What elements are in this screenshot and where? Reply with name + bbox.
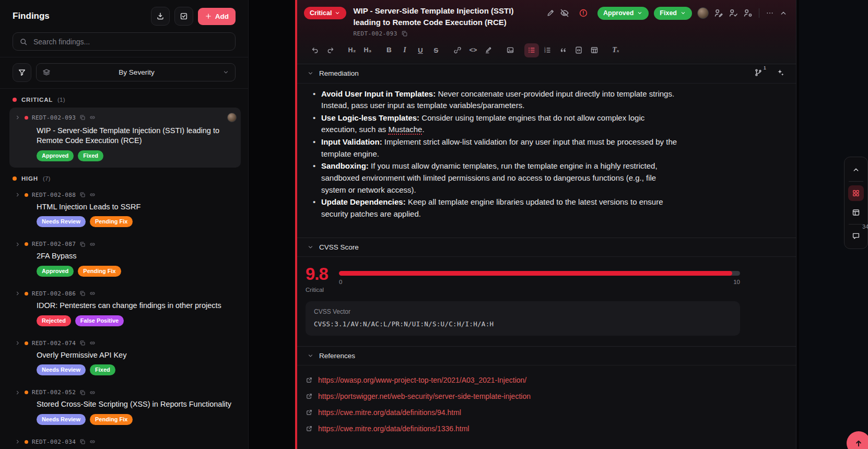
code-icon: <>	[470, 47, 477, 54]
finding-list-item[interactable]: REDT-002-086IDOR: Pentesters can change …	[9, 285, 241, 333]
assign-editor-button[interactable]	[714, 8, 723, 18]
references-list: https://owasp.org/www-project-top-ten/20…	[297, 365, 796, 446]
copy-link-button[interactable]	[89, 114, 96, 121]
comments-button[interactable]: 34	[848, 228, 864, 244]
reference-link[interactable]: https://cwe.mitre.org/data/definitions/1…	[318, 424, 469, 433]
toolbar-highlighter-button[interactable]	[482, 43, 496, 57]
toolbar-ordered-list-button[interactable]: 123	[540, 43, 555, 57]
review-status-dropdown[interactable]: Approved	[597, 7, 649, 20]
chevron-up-icon	[852, 166, 860, 174]
page-title: Findings	[13, 11, 146, 21]
header-actions: Approved Fixed	[546, 6, 788, 20]
toolbar-italic-button[interactable]: I	[397, 43, 412, 57]
toolbar-h2-button[interactable]: H₂	[345, 43, 359, 57]
toolbar-h3-button[interactable]: H₃	[360, 43, 375, 57]
copy-link-button[interactable]	[89, 192, 96, 198]
toolbar-table-button[interactable]	[587, 43, 602, 57]
toolbar-clear-format-button[interactable]: Tx	[608, 43, 623, 57]
remediation-content[interactable]: Avoid User Input in Templates: Never con…	[297, 84, 796, 238]
finding-id: REDT-002-093	[32, 114, 76, 121]
severity-dot	[25, 440, 28, 444]
remediation-item: Use Logic-less Templates: Consider using…	[312, 112, 682, 136]
copy-icon	[79, 340, 86, 346]
finding-list-item[interactable]: REDT-002-093WIP - Server-Side Template I…	[9, 108, 241, 168]
references-section-header[interactable]: References	[297, 346, 796, 365]
copy-id-button[interactable]	[79, 241, 86, 247]
table-view-button[interactable]	[848, 205, 864, 220]
toolbar-link-button[interactable]	[450, 43, 465, 57]
toolbar-image-button[interactable]	[503, 43, 518, 57]
toolbar-underline-button[interactable]: U	[413, 43, 428, 57]
collapse-header-button[interactable]	[779, 9, 788, 17]
finding-list-item[interactable]: REDT-002-088HTML Injection Leads to SSRF…	[9, 186, 241, 234]
toolbar-undo-button[interactable]	[308, 43, 322, 57]
toolbar-code-button[interactable]: <>	[466, 43, 480, 57]
assignee-avatar[interactable]	[697, 7, 709, 19]
search-input[interactable]	[32, 37, 229, 46]
reference-link[interactable]: https://cwe.mitre.org/data/definitions/9…	[318, 408, 461, 417]
grid-icon	[852, 189, 860, 197]
group-by-select[interactable]: By Severity	[36, 63, 236, 81]
reference-link[interactable]: https://portswigger.net/web-security/ser…	[318, 392, 531, 400]
external-icon	[306, 409, 313, 416]
severity-count: (7)	[43, 175, 51, 182]
copy-link-button[interactable]	[89, 241, 96, 247]
chevron-down-icon	[307, 244, 314, 251]
filter-button[interactable]	[13, 63, 31, 82]
copy-link-button[interactable]	[89, 439, 96, 445]
toolbar-redo-button[interactable]	[323, 43, 338, 57]
manage-users-button[interactable]	[743, 8, 753, 18]
severity-dot	[13, 98, 17, 102]
search-icon	[19, 38, 28, 46]
finding-list-item[interactable]: REDT-002-0872FA BypassApprovedPending Fi…	[9, 235, 241, 283]
version-branch-button[interactable]: 1	[754, 68, 763, 78]
finding-list-item[interactable]: REDT-002-052Stored Cross-Site Scripting …	[9, 384, 241, 431]
overview-view-button[interactable]	[848, 185, 864, 201]
copy-id-button[interactable]	[79, 290, 86, 297]
git-branch-icon	[754, 68, 763, 77]
status-badge: Fixed	[78, 150, 103, 161]
resolution-status-dropdown[interactable]: Fixed	[654, 7, 692, 20]
chevron-right-icon	[15, 439, 21, 445]
edit-title-button[interactable]	[546, 9, 555, 17]
severity-dropdown[interactable]: Critical	[304, 7, 346, 19]
copy-id-button[interactable]	[401, 30, 408, 37]
toolbar-bold-button[interactable]: B	[382, 43, 396, 57]
bulk-select-button[interactable]	[174, 7, 193, 26]
copy-id-button[interactable]	[79, 114, 86, 121]
copy-id-button[interactable]	[79, 192, 86, 198]
copy-link-button[interactable]	[89, 290, 96, 297]
reference-link[interactable]: https://owasp.org/www-project-top-ten/20…	[318, 376, 526, 384]
more-options-button[interactable]	[766, 9, 774, 17]
export-findings-button[interactable]	[151, 7, 170, 26]
remediation-term: Input Validation:	[321, 137, 382, 146]
bold-icon: B	[386, 46, 392, 54]
copy-id-button[interactable]	[79, 439, 86, 445]
remediation-item: Sandboxing: If you must allow dynamic te…	[312, 160, 682, 196]
copy-id-button[interactable]	[79, 340, 86, 346]
external-icon	[306, 376, 313, 384]
toolbar-code-block-button[interactable]	[571, 43, 586, 57]
copy-link-button[interactable]	[89, 389, 96, 396]
alert-indicator-button[interactable]	[579, 8, 588, 18]
toolbar-bullet-list-button[interactable]	[524, 43, 539, 57]
assign-reviewer-button[interactable]	[729, 8, 738, 18]
ai-assist-button[interactable]	[776, 68, 784, 78]
sections: Remediation 1 Avoid User Input in Templa…	[297, 64, 796, 446]
chevron-right-icon	[15, 192, 21, 198]
toolbar-strikethrough-button[interactable]: S	[429, 43, 443, 57]
severity-dot	[25, 292, 28, 296]
toolbar-quote-button[interactable]	[556, 43, 570, 57]
paneltable-icon	[852, 208, 860, 217]
collapse-rail-button[interactable]	[848, 162, 864, 178]
copy-link-button[interactable]	[89, 340, 96, 346]
cvss-section-header[interactable]: CVSS Score	[297, 238, 796, 257]
hide-finding-button[interactable]	[560, 8, 569, 18]
add-finding-button[interactable]: Add	[198, 8, 236, 25]
quote-icon	[559, 46, 567, 54]
copy-id-button[interactable]	[79, 389, 86, 396]
finding-list-item[interactable]: REDT-002-074Overly Permissive API KeyNee…	[9, 335, 241, 382]
severity-dot	[25, 391, 28, 394]
finding-list-item[interactable]: REDT-002-034Broken Access Control: IP Wh…	[9, 433, 241, 449]
remediation-section-header[interactable]: Remediation 1	[297, 64, 796, 84]
